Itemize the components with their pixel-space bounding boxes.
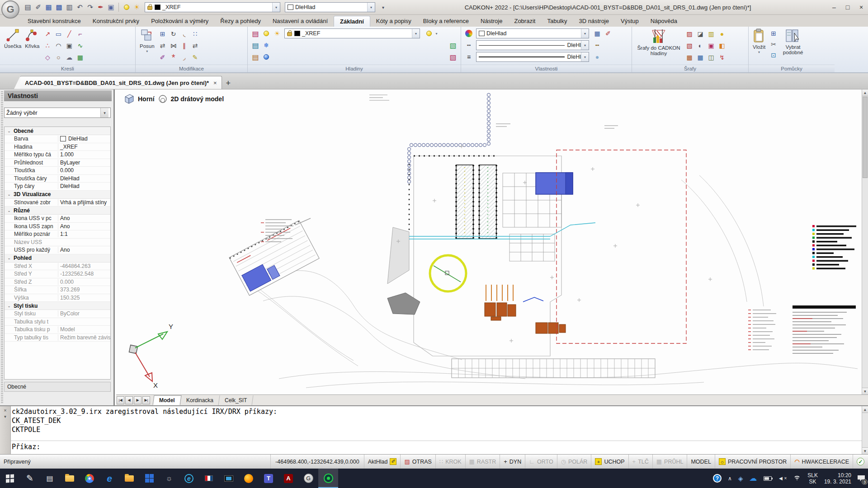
ribbon-tab-napoveda[interactable]: Nápověda bbox=[645, 16, 683, 27]
quick-layer-combobox[interactable]: _XREF ▾ bbox=[145, 2, 280, 12]
rotate-icon[interactable]: ↻ bbox=[168, 28, 179, 39]
minimize-button[interactable]: – bbox=[827, 1, 841, 13]
mirror-icon[interactable]: ⋈ bbox=[168, 40, 179, 51]
task-view-icon[interactable]: ▤ bbox=[40, 469, 60, 488]
tab-celk-sit[interactable]: Celk_SIT bbox=[218, 395, 253, 405]
panel-label-pomucky[interactable]: Pomůcky bbox=[749, 65, 835, 72]
next-layout-button[interactable]: ▶ bbox=[134, 396, 142, 404]
section-ruzne[interactable]: ⌄Různé bbox=[5, 206, 110, 215]
notification-center-icon[interactable]: 3 bbox=[854, 469, 868, 488]
layer-freeze-set-icon[interactable]: ▤ bbox=[250, 40, 261, 51]
hatch-gradient-icon[interactable]: ◐ bbox=[695, 40, 706, 51]
toggle-rastr[interactable]: ▦RASTR bbox=[465, 455, 500, 469]
ribbon-tab-nastaveni[interactable]: Nastavení a ovládání bbox=[267, 16, 334, 27]
prop-row[interactable]: BarvaDleHlad bbox=[5, 135, 110, 143]
chevron-down-icon[interactable]: ▾ bbox=[581, 41, 589, 50]
linetype-combobox[interactable]: DleHlad ▾ bbox=[476, 40, 589, 50]
palette-grip[interactable] bbox=[1, 91, 3, 404]
toggle-orto[interactable]: ∟ORTO bbox=[525, 455, 557, 469]
prop-row[interactable]: Tloušťka čáryDleHlad bbox=[5, 175, 110, 183]
undo-icon[interactable]: ↶ bbox=[75, 2, 85, 13]
layer-off-set-icon[interactable]: ▤ bbox=[250, 52, 261, 62]
language-indicator[interactable]: SLKSK bbox=[804, 472, 821, 485]
scale-icon[interactable]: ◟ bbox=[179, 28, 190, 39]
point-icon[interactable]: ∴ bbox=[42, 40, 53, 51]
toggle-polar[interactable]: ◷POLÁR bbox=[557, 455, 591, 469]
prop-row[interactable]: Tloušťka0.000 bbox=[5, 167, 110, 175]
start-button[interactable] bbox=[0, 469, 20, 488]
lineweight-icon[interactable]: ≡ bbox=[463, 52, 474, 62]
donut-icon[interactable]: ◇ bbox=[42, 52, 53, 63]
hatch-solid-icon[interactable]: ◪ bbox=[695, 28, 706, 39]
toggle-pruhl[interactable]: ▦PRŮHL bbox=[652, 455, 687, 469]
helix-icon[interactable]: ⌐ bbox=[75, 28, 85, 39]
stretch-icon[interactable]: ⇄ bbox=[157, 40, 168, 51]
scroll-down-icon[interactable]: ▼ bbox=[862, 388, 868, 394]
toggle-hw-acceleration[interactable]: ◠HWAKCELERACE bbox=[790, 455, 853, 469]
layer-match-icon[interactable]: ▧ bbox=[448, 52, 458, 62]
canvas-scrollbar[interactable]: ▲ ▼ bbox=[862, 89, 868, 394]
prop-row[interactable]: Měřítko poznár1:1 bbox=[5, 230, 110, 239]
panel-label-kresli[interactable]: Kresli bbox=[0, 65, 135, 72]
rectangle-icon[interactable]: ▭ bbox=[53, 28, 64, 39]
first-layout-button[interactable]: |◀ bbox=[117, 396, 124, 404]
ribbon-tab-nastroje[interactable]: Nástroje bbox=[475, 16, 508, 27]
ribbon-tab-vystup[interactable]: Výstup bbox=[615, 16, 645, 27]
hatch-region-icon[interactable]: ◧ bbox=[717, 40, 727, 51]
scroll-up-icon[interactable]: ▲ bbox=[862, 89, 868, 96]
layer-isolate-icon[interactable] bbox=[424, 28, 434, 39]
language-flag-icon[interactable] bbox=[199, 469, 219, 488]
prop-row[interactable]: Střed Z0.000 bbox=[5, 278, 110, 286]
toolbar-customize-icon[interactable]: ▾ bbox=[378, 2, 388, 13]
explode-icon[interactable]: * bbox=[168, 52, 179, 63]
volume-muted-icon[interactable]: ◄× bbox=[775, 469, 790, 488]
hatch-island-icon[interactable]: ● bbox=[717, 28, 727, 39]
hatch-table-icon[interactable]: ◫ bbox=[706, 52, 717, 63]
panel-label-vlastnosti[interactable]: Vlastnosti bbox=[461, 65, 632, 72]
prop-row[interactable]: Typ čáryDleHlad bbox=[5, 183, 110, 191]
brightness-icon[interactable]: ☀ bbox=[132, 2, 142, 13]
layer-on-bulb-icon[interactable] bbox=[121, 2, 132, 13]
drawing-canvas[interactable]: Horní 2D drátový model Y X bbox=[116, 89, 862, 394]
hatch-dense-icon[interactable]: ▧ bbox=[684, 40, 695, 51]
match-properties-icon[interactable]: ✐ bbox=[603, 28, 613, 39]
file-explorer-icon[interactable] bbox=[60, 469, 80, 488]
visual-style-icon[interactable] bbox=[158, 94, 167, 103]
prop-row[interactable]: Stínované zobrVrhá a přijímá stíny bbox=[5, 199, 110, 207]
coordinates-readout[interactable]: -464968.400,-1232642.439,0.000 bbox=[270, 455, 364, 469]
chrome-icon[interactable] bbox=[80, 469, 99, 488]
ribbon-tab-konstrukcni-prvky[interactable]: Konstrukční prvky bbox=[87, 16, 145, 27]
hatch-lines-icon[interactable]: ▨ bbox=[684, 28, 695, 39]
prop-row[interactable]: Tabulka tisku pModel bbox=[5, 326, 110, 334]
settings-icon[interactable]: ☼ bbox=[159, 469, 179, 488]
erase-icon[interactable]: ✐ bbox=[157, 52, 168, 63]
active-app-icon[interactable] bbox=[318, 469, 338, 488]
move-button[interactable]: Posun ▾ bbox=[138, 28, 156, 55]
prop-row[interactable]: Střed Y-1232562.548 bbox=[5, 270, 110, 278]
lengthen-icon[interactable]: ⇄ bbox=[190, 40, 201, 51]
paste-special-icon[interactable]: ⊡ bbox=[768, 50, 779, 61]
tray-chevron-icon[interactable]: ∧ bbox=[725, 469, 735, 488]
command-expand-icon[interactable]: ▼ bbox=[4, 415, 7, 419]
plot-icon[interactable]: ✒ bbox=[95, 2, 106, 13]
prop-row[interactable]: Výška150.325 bbox=[5, 294, 110, 302]
new-file-icon[interactable]: ▤ bbox=[23, 2, 33, 13]
revcloud-icon[interactable]: ☁ bbox=[64, 52, 75, 63]
internet-explorer-icon[interactable]: e bbox=[179, 469, 199, 488]
command-line-window[interactable]: × ▼ ck2dautoirx_3.02_9.irx zaregistroval… bbox=[0, 405, 868, 454]
acrobat-icon[interactable]: A bbox=[278, 469, 298, 488]
tab-close-icon[interactable]: × bbox=[213, 80, 217, 86]
view-direction-label[interactable]: Horní bbox=[138, 95, 155, 103]
ellipse-icon[interactable]: ○ bbox=[53, 52, 64, 63]
select-similar-button[interactable]: Vybrat podobné bbox=[779, 28, 807, 56]
prop-row[interactable]: Střed X-464864.263 bbox=[5, 263, 110, 271]
prop-row[interactable]: Typ tabulky tisRežim barevně závisléh bbox=[5, 334, 110, 342]
hatch-boundary-icon[interactable]: ▣ bbox=[706, 40, 717, 51]
prop-row[interactable]: Šířka373.269 bbox=[5, 286, 110, 294]
cut-icon[interactable]: ✂ bbox=[768, 39, 779, 50]
edit-polyline-icon[interactable]: ✎ bbox=[190, 52, 201, 63]
copy-clip-icon[interactable]: ⊞ bbox=[768, 28, 779, 39]
maximize-button[interactable]: □ bbox=[841, 1, 854, 13]
panel-label-hladiny[interactable]: Hladiny bbox=[248, 65, 461, 72]
onedrive-icon[interactable]: ☁ bbox=[746, 469, 760, 488]
